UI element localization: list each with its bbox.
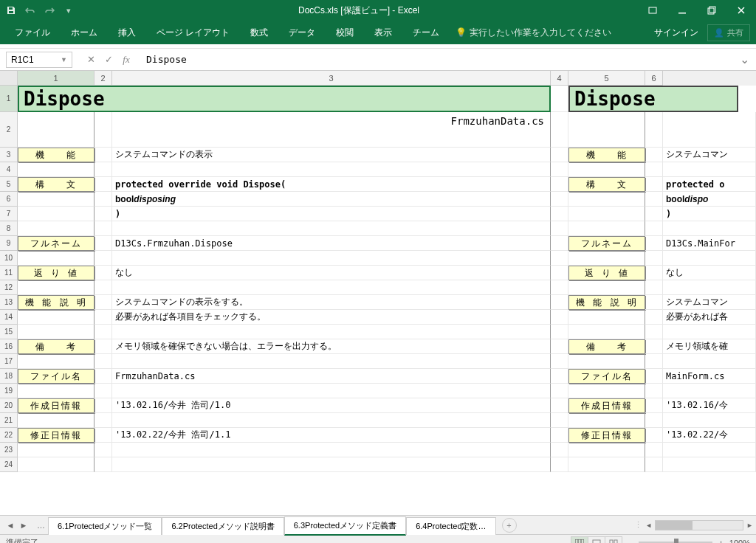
label-function[interactable]: 機 能: [18, 148, 94, 162]
zoom-in-button[interactable]: +: [718, 539, 723, 544]
tab-formulas[interactable]: 数式: [241, 22, 277, 44]
redo-icon[interactable]: [43, 4, 56, 17]
row-header[interactable]: 16: [0, 339, 18, 354]
value-cell[interactable]: bool dispo: [663, 192, 756, 207]
sheet-tab[interactable]: 6.2Protectedメソッド説明書: [162, 517, 284, 535]
row-header[interactable]: 13: [0, 295, 18, 310]
label-desc[interactable]: 機 能 説 明: [568, 295, 645, 310]
formula-expand-icon[interactable]: ⌄: [740, 52, 753, 66]
subtitle-cell[interactable]: FrmzuhanData.cs: [112, 112, 551, 148]
cancel-icon[interactable]: ✕: [83, 52, 99, 68]
label-fullname[interactable]: フルネーム: [18, 236, 94, 251]
value-cell[interactable]: システムコマン: [663, 295, 756, 310]
label-syntax[interactable]: 構 文: [18, 177, 94, 192]
row-header[interactable]: 9: [0, 236, 18, 251]
row-header[interactable]: 6: [0, 192, 18, 207]
view-pagebreak-icon[interactable]: [605, 536, 622, 544]
row-header[interactable]: 20: [0, 398, 18, 413]
label-syntax[interactable]: 構 文: [568, 177, 645, 192]
value-cell[interactable]: なし: [112, 266, 551, 280]
view-pagelayout-icon[interactable]: [588, 536, 605, 544]
tab-team[interactable]: チーム: [404, 22, 448, 44]
close-button[interactable]: [726, 0, 756, 21]
col-header[interactable]: 3: [112, 71, 551, 86]
col-header[interactable]: 1: [18, 71, 94, 86]
row-header[interactable]: 7: [0, 207, 18, 221]
row-header[interactable]: 23: [0, 443, 18, 457]
row-header[interactable]: 14: [0, 310, 18, 325]
label-desc[interactable]: 機 能 説 明: [18, 295, 94, 310]
horizontal-scrollbar[interactable]: [655, 520, 743, 530]
zoom-level[interactable]: 100%: [729, 539, 750, 544]
tab-file[interactable]: ファイル: [6, 22, 59, 44]
value-cell[interactable]: D13Cs.MainFor: [663, 236, 756, 251]
tab-pagelayout[interactable]: ページ レイアウト: [148, 22, 238, 44]
col-header[interactable]: 2: [94, 71, 112, 86]
sheet-nav-more[interactable]: …: [34, 521, 48, 530]
row-header[interactable]: 22: [0, 428, 18, 443]
sheet-tab-active[interactable]: 6.3Protectedメソッド定義書: [284, 516, 406, 536]
label-filename[interactable]: ファイル名: [568, 369, 645, 384]
formula-input[interactable]: [139, 52, 740, 68]
label-created[interactable]: 作成日情報: [568, 398, 645, 413]
col-header[interactable]: 4: [551, 71, 568, 86]
tab-review[interactable]: 校閲: [327, 22, 362, 44]
value-cell[interactable]: 必要があれば各項目をチェックする。: [112, 310, 551, 325]
restore-button[interactable]: [697, 0, 726, 21]
value-cell[interactable]: bool disposing: [112, 192, 551, 207]
label-fullname[interactable]: フルネーム: [568, 236, 645, 251]
value-cell[interactable]: '13.02.16/今井 浩司/1.0: [112, 398, 551, 413]
row-header[interactable]: 21: [0, 413, 18, 428]
minimize-button[interactable]: [667, 0, 697, 21]
name-box[interactable]: R1C1 ▼: [6, 52, 72, 68]
tab-home[interactable]: ホーム: [62, 22, 106, 44]
value-cell[interactable]: MainForm.cs: [663, 369, 756, 384]
share-button[interactable]: 👤 共有: [707, 24, 750, 41]
row-header[interactable]: 17: [0, 354, 18, 369]
value-cell[interactable]: システムコマン: [663, 148, 756, 162]
fx-icon[interactable]: fx: [118, 52, 134, 68]
hscroll-right-icon[interactable]: ►: [746, 522, 753, 529]
tell-me[interactable]: 💡 実行したい作業を入力してください: [456, 27, 611, 39]
value-cell[interactable]: ): [663, 207, 756, 221]
row-header[interactable]: 1: [0, 86, 18, 112]
sheet-nav-next-icon[interactable]: ►: [18, 519, 30, 531]
add-sheet-button[interactable]: +: [502, 518, 517, 533]
row-header[interactable]: 12: [0, 280, 18, 295]
value-cell[interactable]: システムコマンドの表示をする。: [112, 295, 551, 310]
zoom-out-button[interactable]: −: [628, 539, 633, 544]
qat-dropdown-icon[interactable]: ▾: [62, 4, 75, 17]
enter-icon[interactable]: ✓: [100, 52, 117, 68]
row-header[interactable]: 15: [0, 325, 18, 339]
hscroll-left-icon[interactable]: ◄: [645, 522, 652, 529]
label-filename[interactable]: ファイル名: [18, 369, 94, 384]
zoom-thumb[interactable]: [674, 539, 678, 544]
tab-view[interactable]: 表示: [365, 22, 401, 44]
row-header[interactable]: 18: [0, 369, 18, 384]
col-header[interactable]: 5: [568, 71, 645, 86]
value-cell[interactable]: メモリ領域を確保できない場合は、エラーを出力する。: [112, 339, 551, 354]
spreadsheet-grid[interactable]: 1 2 3 4 5 6 1 Dispose Dispose 2 Frmzuhan…: [0, 71, 756, 515]
tab-data[interactable]: データ: [280, 22, 324, 44]
sheet-nav-prev-icon[interactable]: ◄: [4, 519, 16, 531]
value-cell[interactable]: なし: [663, 266, 756, 280]
label-remarks[interactable]: 備 考: [18, 339, 94, 354]
undo-icon[interactable]: [24, 4, 37, 17]
select-all-corner[interactable]: [0, 71, 18, 86]
row-header[interactable]: 24: [0, 457, 18, 472]
value-cell[interactable]: システムコマンドの表示: [112, 148, 551, 162]
title-cell[interactable]: Dispose: [18, 86, 551, 112]
row-header[interactable]: 3: [0, 148, 18, 162]
row-header[interactable]: 10: [0, 251, 18, 266]
value-cell[interactable]: ): [112, 207, 551, 221]
row-header[interactable]: 19: [0, 384, 18, 398]
row-header[interactable]: 2: [0, 112, 18, 148]
value-cell[interactable]: '13.02.22/今井 浩司/1.1: [112, 428, 551, 443]
value-cell[interactable]: protected o: [663, 177, 756, 192]
view-normal-icon[interactable]: [571, 536, 588, 544]
value-cell[interactable]: 必要があれば各: [663, 310, 756, 325]
sheet-tab[interactable]: 6.4Protected定数…: [406, 517, 495, 535]
label-remarks[interactable]: 備 考: [568, 339, 645, 354]
label-modified[interactable]: 修正日情報: [568, 428, 645, 443]
ribbon-options-button[interactable]: [638, 0, 667, 21]
